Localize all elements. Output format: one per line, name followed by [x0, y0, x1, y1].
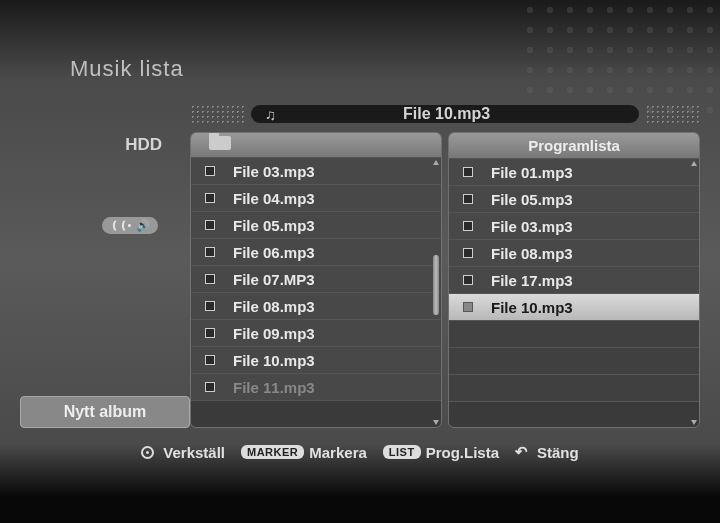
- scroll-up-icon: [433, 160, 439, 165]
- file-name: File 08.mp3: [233, 298, 315, 315]
- file-list-item[interactable]: File 07.MP3: [191, 266, 441, 293]
- hint-list-label: Prog.Lista: [426, 444, 499, 461]
- scroll-down-icon: [691, 420, 697, 425]
- checkbox-icon: [463, 167, 473, 177]
- checkbox-icon: [205, 382, 215, 392]
- hint-return-label: Stäng: [537, 444, 579, 461]
- audio-indicator: ❪❪•🔊: [20, 215, 190, 234]
- now-playing-bar: ♫ File 10.mp3: [190, 100, 700, 128]
- program-list-item[interactable]: File 03.mp3: [449, 213, 699, 240]
- file-list-item[interactable]: File 11.mp3: [191, 374, 441, 401]
- scrollbar-right[interactable]: [691, 161, 697, 425]
- file-name: File 05.mp3: [491, 191, 573, 208]
- enter-icon: [141, 446, 154, 459]
- return-icon: ↶: [515, 443, 528, 461]
- marker-pill: MARKER: [241, 445, 304, 459]
- program-list-empty: [449, 375, 699, 402]
- hint-marker-label: Markera: [309, 444, 367, 461]
- program-list-item[interactable]: File 01.mp3: [449, 159, 699, 186]
- file-name: File 07.MP3: [233, 271, 315, 288]
- checkbox-icon: [205, 193, 215, 203]
- program-list-empty: [449, 321, 699, 348]
- page-title: Musik lista: [70, 56, 184, 82]
- file-name: File 06.mp3: [233, 244, 315, 261]
- sidebar: HDD ❪❪•🔊 Nytt album: [20, 100, 190, 428]
- file-name: File 03.mp3: [233, 163, 315, 180]
- program-list-item[interactable]: File 10.mp3: [449, 294, 699, 321]
- file-list-body: File 03.mp3File 04.mp3File 05.mp3File 06…: [191, 158, 441, 427]
- checkbox-icon: [463, 221, 473, 231]
- file-list-item[interactable]: File 03.mp3: [191, 158, 441, 185]
- file-name: File 17.mp3: [491, 272, 573, 289]
- file-list-item[interactable]: File 10.mp3: [191, 347, 441, 374]
- scroll-thumb[interactable]: [433, 255, 439, 315]
- hint-enter: Verkställ: [141, 444, 225, 461]
- file-list-item[interactable]: File 08.mp3: [191, 293, 441, 320]
- hint-marker: MARKER Markera: [241, 444, 367, 461]
- scroll-down-icon: [433, 420, 439, 425]
- now-playing-pill: ♫ File 10.mp3: [251, 105, 639, 123]
- decorative-grid-left: [190, 104, 245, 124]
- checkbox-icon: [205, 328, 215, 338]
- program-list-body: File 01.mp3File 05.mp3File 03.mp3File 08…: [449, 159, 699, 427]
- file-list-item[interactable]: File 06.mp3: [191, 239, 441, 266]
- footer-hints: Verkställ MARKER Markera LIST Prog.Lista…: [0, 443, 720, 461]
- file-list-item[interactable]: File 09.mp3: [191, 320, 441, 347]
- new-album-button[interactable]: Nytt album: [20, 396, 190, 428]
- file-name: File 01.mp3: [491, 164, 573, 181]
- checkbox-icon: [205, 247, 215, 257]
- file-name: File 08.mp3: [491, 245, 573, 262]
- program-list-item[interactable]: File 08.mp3: [449, 240, 699, 267]
- checkbox-icon: [205, 220, 215, 230]
- checkbox-icon: [205, 166, 215, 176]
- checkbox-icon: [205, 355, 215, 365]
- file-list-item[interactable]: File 04.mp3: [191, 185, 441, 212]
- hint-enter-label: Verkställ: [163, 444, 225, 461]
- file-name: File 05.mp3: [233, 217, 315, 234]
- checkbox-icon: [463, 275, 473, 285]
- folder-icon: [209, 136, 231, 150]
- checkbox-icon: [463, 248, 473, 258]
- now-playing-filename: File 10.mp3: [288, 105, 625, 123]
- program-list-header: Programlista: [449, 133, 699, 159]
- checkbox-icon: [463, 302, 473, 312]
- checkbox-icon: [463, 194, 473, 204]
- checkbox-icon: [205, 274, 215, 284]
- lists-container: File 03.mp3File 04.mp3File 05.mp3File 06…: [190, 132, 700, 428]
- list-pill: LIST: [383, 445, 421, 459]
- hint-list: LIST Prog.Lista: [383, 444, 499, 461]
- program-list-item[interactable]: File 17.mp3: [449, 267, 699, 294]
- hint-return: ↶ Stäng: [515, 443, 579, 461]
- file-name: File 11.mp3: [233, 379, 315, 396]
- main-area: HDD ❪❪•🔊 Nytt album ♫ File 10.mp3: [20, 100, 700, 428]
- program-list-item[interactable]: File 05.mp3: [449, 186, 699, 213]
- music-note-icon: ♫: [265, 106, 276, 123]
- file-list-item[interactable]: File 05.mp3: [191, 212, 441, 239]
- program-list-empty: [449, 348, 699, 375]
- file-name: File 10.mp3: [233, 352, 315, 369]
- scroll-up-icon: [691, 161, 697, 166]
- file-name: File 10.mp3: [491, 299, 573, 316]
- folder-up-row[interactable]: [191, 133, 441, 158]
- checkbox-icon: [205, 301, 215, 311]
- file-name: File 09.mp3: [233, 325, 315, 342]
- file-list-panel: File 03.mp3File 04.mp3File 05.mp3File 06…: [190, 132, 442, 428]
- content-area: ♫ File 10.mp3 File 03.mp3File 04.mp3File…: [190, 100, 700, 428]
- file-name: File 04.mp3: [233, 190, 315, 207]
- speaker-icon: ❪❪•🔊: [102, 217, 159, 234]
- scrollbar-left[interactable]: [433, 160, 439, 425]
- decorative-grid-right: [645, 104, 700, 124]
- file-name: File 03.mp3: [491, 218, 573, 235]
- program-list-panel: Programlista File 01.mp3File 05.mp3File …: [448, 132, 700, 428]
- source-label: HDD: [20, 135, 190, 155]
